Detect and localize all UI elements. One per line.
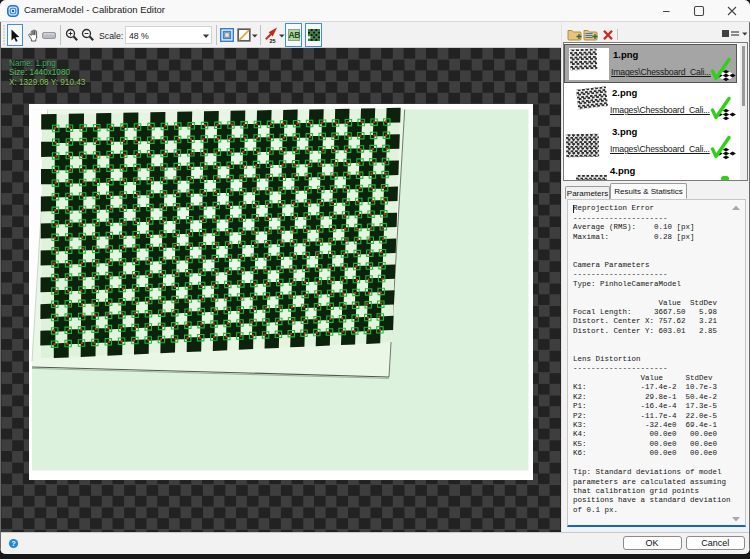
svg-text:25: 25 [270, 38, 276, 44]
svg-text:?: ? [11, 539, 16, 548]
